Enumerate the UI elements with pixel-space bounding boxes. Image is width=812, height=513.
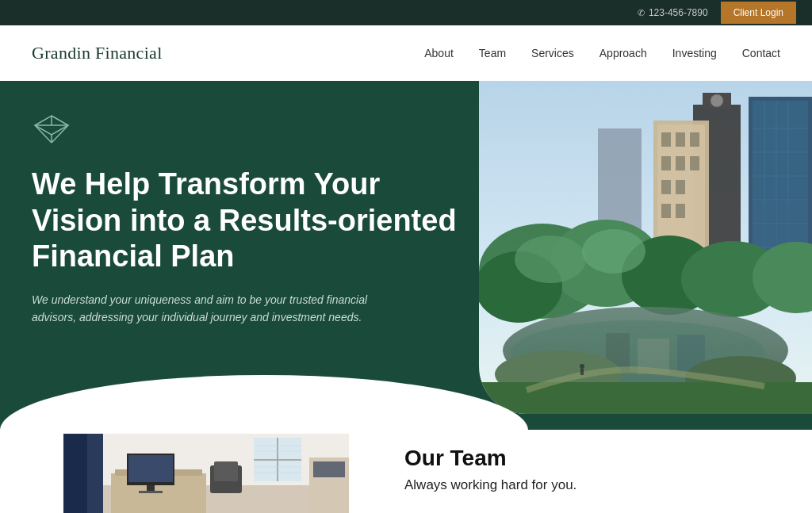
svg-point-34	[515, 235, 586, 283]
team-section: Our Team Always working hard for you.	[404, 446, 576, 493]
hero-section: We Help Transform Your Vision into a Res…	[0, 81, 812, 430]
our-team-subtitle: Always working hard for you.	[404, 477, 576, 493]
client-login-button[interactable]: Client Login	[721, 2, 796, 24]
logo: Grandin Financial	[32, 43, 163, 63]
svg-rect-20	[661, 156, 671, 170]
hero-subtitle: We understand your uniqueness and aim to…	[32, 291, 396, 327]
phone-icon: ✆	[638, 8, 645, 18]
svg-rect-24	[676, 180, 685, 194]
nav-contact[interactable]: Contact	[742, 47, 780, 59]
hero-content: We Help Transform Your Vision into a Res…	[32, 113, 460, 327]
svg-rect-22	[690, 156, 699, 170]
svg-rect-65	[214, 461, 238, 481]
nav-about[interactable]: About	[424, 47, 454, 59]
header: Grandin Financial About Team Services Ap…	[0, 25, 812, 81]
svg-rect-17	[661, 132, 671, 147]
nav-approach[interactable]: Approach	[599, 47, 647, 59]
our-team-title: Our Team	[404, 446, 576, 471]
svg-rect-62	[147, 485, 155, 492]
svg-rect-18	[676, 132, 685, 147]
svg-rect-23	[661, 180, 671, 194]
svg-rect-61	[128, 455, 173, 482]
svg-rect-74	[313, 461, 345, 477]
svg-rect-45	[580, 369, 584, 375]
svg-rect-63	[139, 491, 163, 493]
svg-rect-56	[63, 434, 87, 513]
svg-rect-21	[676, 156, 685, 170]
hero-title: We Help Transform Your Vision into a Res…	[32, 167, 460, 275]
svg-point-14	[710, 94, 723, 107]
diamond-icon	[32, 113, 71, 144]
main-nav: About Team Services Approach Investing C…	[424, 47, 780, 59]
top-bar: ✆ 123-456-7890 Client Login	[0, 0, 812, 25]
team-image	[63, 434, 349, 513]
nav-investing[interactable]: Investing	[672, 47, 717, 59]
nav-services[interactable]: Services	[531, 47, 574, 59]
svg-rect-19	[690, 132, 699, 147]
svg-rect-57	[87, 434, 103, 513]
bottom-section: Our Team Always working hard for you.	[0, 430, 812, 513]
hero-image	[479, 81, 812, 414]
svg-rect-25	[661, 204, 671, 218]
phone-number: ✆ 123-456-7890	[638, 7, 708, 18]
svg-rect-68	[254, 459, 301, 461]
svg-point-44	[580, 364, 584, 369]
svg-point-35	[582, 229, 645, 274]
nav-team[interactable]: Team	[479, 47, 506, 59]
svg-rect-26	[676, 204, 685, 218]
